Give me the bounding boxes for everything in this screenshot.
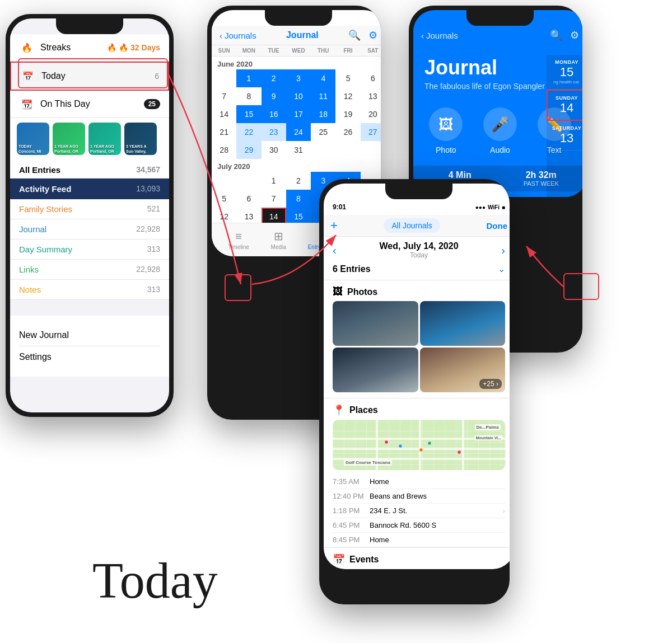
journal-cover-nav: ‹ Journals 🔍 ⚙ xyxy=(413,26,582,45)
thumb-3yr[interactable]: 3 YEARS ASun Valley, xyxy=(124,123,157,155)
place-beans-brews[interactable]: 12:40 PM Beans and Brews xyxy=(333,489,505,504)
cal-title: Journal xyxy=(286,30,319,40)
photo-more-count[interactable]: +25 › xyxy=(479,379,502,389)
entries-dropdown-icon[interactable]: ⌄ xyxy=(498,264,505,274)
calendar-icon: 📆 xyxy=(19,96,35,112)
on-this-day-row[interactable]: 📆 On This Day 25 xyxy=(10,91,169,118)
streaks-label: Streaks xyxy=(40,43,71,53)
map-label-golf: Golf Course Toscana xyxy=(344,459,392,466)
tab-timeline-label: Timeline xyxy=(228,244,249,250)
jc-back[interactable]: ‹ Journals xyxy=(421,31,458,40)
places-section: De...Palms Mountain Vi... Golf Course To… xyxy=(324,420,510,547)
thumb-today[interactable]: TODAYConcord, MI xyxy=(17,123,49,155)
family-stories-count: 521 xyxy=(147,204,160,214)
bottom-items: New Journal Settings xyxy=(10,316,169,377)
tab-media-label: Media xyxy=(271,244,286,250)
june-grid: 1 2 3 4 5 6 7 8 9 10 11 12 13 14 15 16 1… xyxy=(212,69,381,159)
map-container[interactable]: De...Palms Mountain Vi... Golf Course To… xyxy=(333,420,505,470)
search-icon[interactable]: 🔍 xyxy=(348,29,361,41)
all-journals-button[interactable]: All Journals xyxy=(384,218,440,233)
back-chevron[interactable]: ‹ xyxy=(333,244,337,257)
add-entry-button[interactable]: + xyxy=(330,218,338,233)
places-section-header: 📍 Places xyxy=(324,398,510,420)
phone-day-view: 9:01 ●●● WiFi ■ + All Journals Done ‹ We… xyxy=(319,179,510,604)
all-entries-count: 34,567 xyxy=(136,165,160,175)
activity-feed-row[interactable]: Activity Feed 13,093 xyxy=(10,179,169,199)
fire-count-icon: 🔥 xyxy=(107,43,116,52)
settings-item[interactable]: Settings xyxy=(19,346,160,368)
chevron-left-icon: ‹ xyxy=(220,31,222,40)
media-icon: ⊞ xyxy=(274,229,283,243)
today-label-menu: Today xyxy=(41,71,66,81)
done-button[interactable]: Done xyxy=(486,221,507,231)
today-row[interactable]: 📅 Today 6 xyxy=(10,62,169,91)
links-count: 22,928 xyxy=(136,265,160,274)
links-label: Links xyxy=(19,265,39,274)
day-date: Wed, July 14, 2020 xyxy=(379,241,458,251)
battery-icon: ■ xyxy=(502,204,505,210)
forward-chevron[interactable]: › xyxy=(501,244,505,257)
activity-feed-label: Activity Feed xyxy=(19,184,71,194)
wifi-icon: WiFi xyxy=(488,204,500,210)
journal-item[interactable]: Journal 22,928 xyxy=(10,219,169,240)
events-section-header: 📅 Events xyxy=(324,547,510,569)
jc-nav-icons: 🔍 ⚙ xyxy=(550,29,579,41)
photo-road[interactable] xyxy=(333,301,418,346)
gear-icon[interactable]: ⚙ xyxy=(368,29,377,41)
day-date-header: ‹ Wed, July 14, 2020 Today › xyxy=(324,237,510,260)
notes-item[interactable]: Notes 313 xyxy=(10,280,169,300)
action-photo[interactable]: 🖼 Photo xyxy=(429,107,463,154)
events-label: Events xyxy=(349,555,379,565)
action-audio[interactable]: 🎤 Audio xyxy=(483,107,517,154)
action-audio-label: Audio xyxy=(490,146,510,154)
june-label: June 2020 xyxy=(212,57,381,69)
gear-icon[interactable]: ⚙ xyxy=(570,29,579,41)
place-list: 7:35 AM Home 12:40 PM Beans and Brews 1:… xyxy=(333,475,505,547)
july-label: July 2020 xyxy=(212,159,381,172)
photo-icon: 🖼 xyxy=(429,107,463,141)
jc-back-label: Journals xyxy=(426,31,458,40)
day-summary-item[interactable]: Day Summary 313 xyxy=(10,240,169,260)
family-stories-label: Family Stories xyxy=(19,204,72,214)
thumb-label-today: TODAYConcord, MI xyxy=(17,143,43,155)
journal-count: 22,928 xyxy=(136,224,160,234)
photos-section-header: 🖼 Photos xyxy=(324,280,510,301)
place-234-e-j[interactable]: 1:18 PM 234 E. J St. › xyxy=(333,504,505,518)
cal-side-monday[interactable]: MONDAY 15 ng health nal. xyxy=(547,55,582,90)
new-journal-item[interactable]: New Journal xyxy=(19,325,160,346)
action-photo-label: Photo xyxy=(436,146,456,154)
notes-count: 313 xyxy=(147,285,160,294)
entries-count-row[interactable]: 6 Entries ⌄ xyxy=(324,260,510,280)
chevron-left-icon: ‹ xyxy=(421,31,424,40)
photo-girl[interactable]: +25 › xyxy=(420,348,506,392)
place-bannock[interactable]: 6:45 PM Bannock Rd. 5600 S xyxy=(333,518,505,533)
day-summary-count: 313 xyxy=(147,245,160,254)
cal-back-journals[interactable]: ‹ Journals xyxy=(220,31,256,40)
tab-media[interactable]: ⊞ Media xyxy=(271,229,286,250)
cal-side-saturday[interactable]: SATURDAY 13 xyxy=(547,121,582,151)
photo-mountain[interactable] xyxy=(333,348,418,392)
place-home-morning[interactable]: 7:35 AM Home xyxy=(333,475,505,489)
notes-label: Notes xyxy=(19,285,41,294)
activity-feed-count: 13,093 xyxy=(136,184,160,194)
fire-icon: 🔥 xyxy=(19,40,35,55)
photo-car[interactable] xyxy=(420,301,506,346)
family-stories-item[interactable]: Family Stories 521 xyxy=(10,199,169,219)
map-label-mtn: Mountain Vi... xyxy=(474,435,503,440)
cal-nav-icons: 🔍 ⚙ xyxy=(348,29,377,41)
streaks-row[interactable]: 🔥 Streaks 🔥 🔥 32 Days xyxy=(10,34,169,62)
places-label: Places xyxy=(349,405,378,415)
place-home-evening[interactable]: 8:45 PM Home xyxy=(333,533,505,547)
thumb-1yr[interactable]: 1 YEAR AGOPortland, OR xyxy=(53,123,85,155)
all-entries-row[interactable]: All Entries 34,567 xyxy=(10,159,169,179)
search-icon[interactable]: 🔍 xyxy=(550,29,562,41)
events-icon: 📅 xyxy=(333,553,345,566)
links-item[interactable]: Links 22,928 xyxy=(10,260,169,280)
tab-timeline[interactable]: ≡ Timeline xyxy=(228,230,249,250)
map-dot-3 xyxy=(419,448,423,452)
timeline-icon: ≡ xyxy=(235,230,242,243)
cal-side-sunday[interactable]: SUNDAY 14 xyxy=(547,90,582,121)
streaks-value: 🔥 32 Days xyxy=(119,43,160,52)
day-today-sub: Today xyxy=(379,251,458,259)
thumb-1yr2[interactable]: 1 YEAR AGOPortland, OR xyxy=(88,123,121,155)
